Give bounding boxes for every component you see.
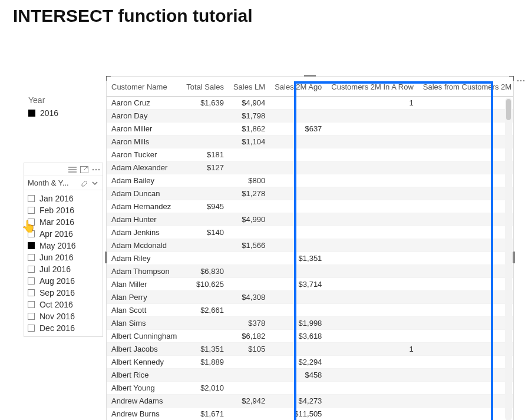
month-slicer-item-label: Aug 2016 bbox=[39, 276, 75, 286]
focus-mode-icon[interactable] bbox=[80, 166, 88, 174]
column-header[interactable]: Sales LM bbox=[229, 77, 270, 97]
table-cell: $4,904 bbox=[229, 97, 270, 110]
table-row[interactable]: Albert Cunningham$6,182$3,618 bbox=[107, 330, 513, 343]
column-header[interactable]: Total Sales bbox=[181, 77, 229, 97]
table-cell: $1,862 bbox=[229, 123, 270, 135]
table-cell bbox=[229, 161, 270, 174]
table-row[interactable]: Adam Thompson$6,830 bbox=[107, 265, 513, 278]
table-row[interactable]: Adam Hunter$4,990 bbox=[107, 213, 513, 226]
column-header[interactable]: Customers 2M In A Row bbox=[326, 77, 418, 97]
column-header[interactable]: Sales 2M Ago bbox=[270, 77, 326, 97]
table-cell bbox=[270, 213, 326, 226]
month-slicer-item-label: Oct 2016 bbox=[39, 300, 73, 309]
table-cell: $458 bbox=[270, 369, 326, 382]
month-slicer-item[interactable]: Jul 2016 bbox=[28, 263, 99, 275]
table-cell bbox=[181, 291, 229, 304]
checkbox-icon bbox=[28, 219, 35, 226]
table-cell bbox=[326, 123, 418, 135]
year-slicer-item[interactable]: 2016 bbox=[28, 108, 105, 118]
vertical-scrollbar[interactable] bbox=[505, 98, 512, 420]
table-row[interactable]: Adam Mcdonald$1,566 bbox=[107, 239, 513, 252]
table-row[interactable]: Aaron Tucker$181 bbox=[107, 148, 513, 161]
table-cell bbox=[418, 304, 513, 317]
month-slicer[interactable]: Month & Y... Jan 2016Feb 2016Mar 2016Apr… bbox=[24, 163, 103, 337]
table-cell: Adam Riley bbox=[107, 252, 181, 265]
table-header-row: Customer Name Total Sales Sales LM Sales… bbox=[107, 77, 513, 97]
table-row[interactable]: Adam Bailey$800 bbox=[107, 174, 513, 187]
more-options-icon[interactable] bbox=[516, 76, 525, 85]
table-cell bbox=[326, 330, 418, 343]
table-row[interactable]: Alan Perry$4,308 bbox=[107, 291, 513, 304]
table-row[interactable]: Adam Riley$1,351 bbox=[107, 252, 513, 265]
month-slicer-item[interactable]: Sep 2016 bbox=[28, 287, 99, 299]
table-cell: Adam Jenkins bbox=[107, 226, 181, 239]
table-row[interactable]: Aaron Mills$1,104 bbox=[107, 135, 513, 148]
month-slicer-item[interactable]: Mar 2016 bbox=[28, 216, 99, 228]
column-header[interactable]: Sales from Customers 2M In A Row bbox=[418, 77, 513, 97]
year-slicer[interactable]: Year 2016 bbox=[28, 95, 105, 120]
table-row[interactable]: Adam Duncan$1,278 bbox=[107, 187, 513, 200]
month-slicer-item-label: Sep 2016 bbox=[39, 288, 75, 297]
table-row[interactable]: Aaron Miller$1,862$637 bbox=[107, 123, 513, 135]
month-slicer-item[interactable]: Nov 2016 bbox=[28, 310, 99, 322]
table-row[interactable]: Albert Young$2,010 bbox=[107, 382, 513, 395]
month-slicer-item[interactable]: May 2016 bbox=[28, 240, 99, 252]
table-cell bbox=[326, 382, 418, 395]
table-row[interactable]: Alan Scott$2,661 bbox=[107, 304, 513, 317]
table-cell bbox=[229, 278, 270, 291]
table-row[interactable]: Andrew Burns$1,671$11,505 bbox=[107, 408, 513, 421]
table-row[interactable]: Adam Alexander$127 bbox=[107, 161, 513, 174]
table-cell: 1 bbox=[326, 343, 418, 356]
drag-handle-icon[interactable] bbox=[68, 166, 77, 174]
table-row[interactable]: Alan Sims$378$1,998 bbox=[107, 317, 513, 330]
eraser-icon[interactable] bbox=[80, 179, 88, 187]
table-cell bbox=[418, 382, 513, 395]
table-cell bbox=[418, 239, 513, 252]
column-header[interactable]: Customer Name bbox=[107, 77, 181, 97]
month-slicer-header[interactable]: Month & Y... bbox=[24, 176, 103, 190]
chevron-down-icon[interactable] bbox=[91, 179, 99, 187]
month-slicer-item[interactable]: Apr 2016 bbox=[28, 228, 99, 240]
table-row[interactable]: Adam Jenkins$140 bbox=[107, 226, 513, 239]
table-row[interactable]: Adam Hernandez$945 bbox=[107, 200, 513, 213]
table-cell bbox=[270, 135, 326, 148]
month-slicer-item[interactable]: Dec 2016 bbox=[28, 322, 99, 334]
checkbox-icon bbox=[28, 230, 35, 237]
table-cell bbox=[418, 148, 513, 161]
table-row[interactable]: Andrew Adams$2,942$4,273 bbox=[107, 395, 513, 408]
checkbox-filled-icon bbox=[28, 110, 35, 117]
table-row[interactable]: Albert Jacobs$1,351$1051$1,456 bbox=[107, 343, 513, 356]
table-cell: $1,889 bbox=[181, 356, 229, 369]
table-cell: Aaron Tucker bbox=[107, 148, 181, 161]
table-row[interactable]: Aaron Cruz$1,639$4,9041$6,543 bbox=[107, 97, 513, 110]
table-cell: $4,308 bbox=[229, 291, 270, 304]
more-options-icon[interactable] bbox=[92, 166, 100, 174]
table-cell: $1,998 bbox=[270, 317, 326, 330]
table-cell bbox=[326, 252, 418, 265]
table-cell: Alan Miller bbox=[107, 278, 181, 291]
table-cell: Andrew Adams bbox=[107, 395, 181, 408]
table-row[interactable]: Alan Miller$10,625$3,714 bbox=[107, 278, 513, 291]
scrollbar-thumb[interactable] bbox=[506, 99, 511, 120]
page-title: INTERSECT function tutorial bbox=[0, 0, 525, 32]
table-cell: $6,830 bbox=[181, 265, 229, 278]
svg-point-5 bbox=[520, 80, 522, 82]
table-cell bbox=[326, 187, 418, 200]
table-row[interactable]: Albert Rice$458 bbox=[107, 369, 513, 382]
table-cell bbox=[181, 187, 229, 200]
table-cell bbox=[326, 174, 418, 187]
table-scroll-area[interactable]: Customer Name Total Sales Sales LM Sales… bbox=[107, 77, 513, 420]
month-slicer-item[interactable]: Jun 2016 bbox=[28, 252, 99, 263]
table-cell: $2,294 bbox=[270, 356, 326, 369]
year-slicer-item-label: 2016 bbox=[40, 108, 58, 118]
month-slicer-item[interactable]: Oct 2016 bbox=[28, 299, 99, 310]
month-slicer-item[interactable]: Jan 2016 bbox=[28, 193, 99, 204]
table-visual[interactable]: Customer Name Total Sales Sales LM Sales… bbox=[106, 76, 514, 420]
table-row[interactable]: Albert Kennedy$1,889$2,294 bbox=[107, 356, 513, 369]
table-row[interactable]: Aaron Day$1,798 bbox=[107, 110, 513, 123]
table-cell: $105 bbox=[229, 343, 270, 356]
month-slicer-item[interactable]: Feb 2016 bbox=[28, 204, 99, 216]
month-slicer-item[interactable]: Aug 2016 bbox=[28, 275, 99, 287]
svg-point-1 bbox=[93, 168, 94, 170]
table-cell bbox=[418, 110, 513, 123]
